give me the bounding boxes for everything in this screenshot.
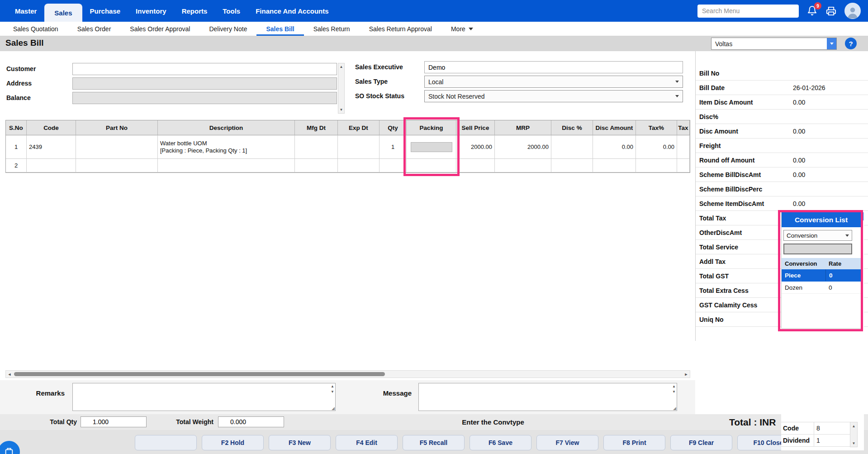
f1-button[interactable] [135, 435, 197, 450]
subnav-item-sales-bill[interactable]: Sales Bill [256, 22, 304, 36]
scroll-up-icon[interactable]: ▲ [850, 423, 857, 429]
grid-cell-tax[interactable] [677, 159, 690, 172]
f4-edit-button[interactable]: F4 Edit [336, 435, 398, 450]
user-avatar[interactable] [844, 3, 861, 19]
scroll-down-icon[interactable]: ▼ [338, 107, 344, 113]
scroll-up-icon[interactable]: ▲ [672, 384, 676, 389]
resize-grip-icon[interactable]: ◢ [332, 406, 335, 411]
grid-cell-sell-price[interactable]: 2000.00 [456, 135, 495, 159]
grid-cell-disc-pct[interactable] [551, 135, 593, 159]
nav-item-reports[interactable]: Reports [174, 0, 215, 22]
f2-hold-button[interactable]: F2 Hold [202, 435, 264, 450]
grid-cell-description[interactable] [158, 159, 295, 172]
grid-cell-tax-pct[interactable]: 0.00 [636, 135, 677, 159]
address-input[interactable] [72, 77, 337, 90]
grid-cell-sell-price[interactable] [456, 159, 495, 172]
resize-grip-icon[interactable]: ◢ [673, 406, 676, 411]
grid-cell-sno[interactable]: 2 [6, 159, 27, 172]
nav-item-sales[interactable]: Sales [44, 4, 82, 22]
customer-input[interactable] [72, 63, 337, 75]
grid-cell-qty[interactable]: 1 [379, 135, 407, 159]
grid-cell-tax-pct[interactable] [636, 159, 677, 172]
grid-cell-mfg-dt[interactable] [295, 135, 338, 159]
scrollbar-thumb[interactable] [14, 372, 385, 376]
nav-item-purchase[interactable]: Purchase [82, 0, 128, 22]
so-stock-status-select[interactable]: Stock Not Reserved [424, 90, 683, 102]
scroll-down-icon[interactable]: ▼ [331, 390, 334, 394]
summary-label: Total GST [696, 272, 729, 280]
conversion-row-dozen[interactable]: Dozen 0 [782, 282, 861, 294]
nav-item-master[interactable]: Master [7, 0, 44, 22]
f7-view-button[interactable]: F7 View [536, 435, 598, 450]
subnav-item-delivery-note[interactable]: Delivery Note [199, 22, 256, 36]
subnav-item-more[interactable]: More [441, 22, 483, 36]
grid-header-mrp: MRP [495, 120, 551, 135]
total-qty-input[interactable] [81, 416, 147, 427]
grid-cell-disc-pct[interactable] [551, 159, 593, 172]
item-grid: S.No Code Part No Description Mfg Dt Exp… [5, 120, 690, 173]
grid-cell-description[interactable]: Water bottle UOM [Packing : Piece, Packi… [158, 135, 295, 159]
f9-clear-button[interactable]: F9 Clear [670, 435, 732, 450]
company-selector-dropdown-button[interactable] [827, 38, 836, 49]
summary-row-item-disc-amount: Item Disc Amount0.00 [696, 95, 868, 110]
page-title: Sales Bill [5, 38, 44, 48]
help-button[interactable]: ? [845, 38, 857, 49]
total-weight-input[interactable] [218, 416, 284, 427]
nav-item-inventory[interactable]: Inventory [128, 0, 174, 22]
scroll-up-icon[interactable]: ▲ [338, 64, 344, 70]
grid-cell-code[interactable]: 2439 [27, 135, 76, 159]
summary-label: OtherDiscAmt [696, 229, 742, 236]
sales-executive-input[interactable] [424, 61, 683, 73]
subnav-item-sales-order-approval[interactable]: Sales Order Approval [120, 22, 199, 36]
summary-row-round-off: Round off Amount0.00 [696, 153, 868, 167]
notifications-button[interactable]: 9 [807, 5, 818, 16]
subnav-item-sales-return[interactable]: Sales Return [304, 22, 360, 36]
grid-cell-disc-amount[interactable]: 0.00 [593, 135, 636, 159]
message-input[interactable]: ▲ ▼ ◢ [418, 383, 677, 411]
subnav-item-sales-order[interactable]: Sales Order [68, 22, 121, 36]
grid-cell-part-no[interactable] [76, 159, 158, 172]
packing-input[interactable] [411, 142, 452, 152]
grid-cell-sno[interactable]: 1 [6, 135, 27, 159]
grid-cell-disc-amount[interactable] [593, 159, 636, 172]
message-label: Message [375, 389, 412, 397]
conversion-row-piece[interactable]: Piece 0 [782, 269, 861, 282]
nav-item-tools[interactable]: Tools [215, 0, 248, 22]
grid-cell-mfg-dt[interactable] [295, 159, 338, 172]
f3-new-button[interactable]: F3 New [269, 435, 331, 450]
grid-cell-packing[interactable] [407, 135, 456, 159]
chevron-down-icon [469, 28, 473, 30]
grid-cell-mrp[interactable]: 2000.00 [495, 135, 551, 159]
list-item-dividend[interactable]: Dividend 1 [781, 435, 850, 447]
company-selector[interactable]: Voltas [711, 38, 837, 50]
print-icon[interactable] [826, 6, 836, 16]
rate-column-header: Rate [825, 258, 861, 269]
scroll-up-icon[interactable]: ▲ [331, 384, 334, 389]
grid-cell-exp-dt[interactable] [338, 135, 379, 159]
subnav-item-sales-return-approval[interactable]: Sales Return Approval [360, 22, 441, 36]
grid-cell-exp-dt[interactable] [338, 159, 379, 172]
scroll-right-icon[interactable]: ► [683, 371, 690, 378]
scroll-down-icon[interactable]: ▼ [850, 440, 857, 446]
remarks-input[interactable]: ▲ ▼ ◢ [72, 383, 336, 411]
nav-item-finance-and-accounts[interactable]: Finance And Accounts [248, 0, 336, 22]
grid-cell-code[interactable] [27, 159, 76, 172]
scroll-left-icon[interactable]: ◄ [6, 371, 13, 378]
total-weight-label: Total Weight [168, 414, 213, 430]
grid-cell-packing[interactable] [407, 159, 456, 172]
subnav-item-sales-quotation[interactable]: Sales Quotation [4, 22, 68, 36]
f8-print-button[interactable]: F8 Print [603, 435, 665, 450]
search-input[interactable] [697, 5, 799, 18]
list-item-code[interactable]: Code 8 [781, 422, 850, 435]
f6-save-button[interactable]: F6 Save [470, 435, 531, 450]
grid-cell-part-no[interactable] [76, 135, 158, 159]
f5-recall-button[interactable]: F5 Recall [403, 435, 465, 450]
conversion-filter-input[interactable] [783, 244, 852, 254]
scroll-down-icon[interactable]: ▼ [672, 390, 676, 394]
sales-type-select[interactable]: Local [424, 76, 683, 88]
conversion-type-select[interactable]: Conversion [783, 230, 852, 241]
grid-cell-qty[interactable] [379, 159, 407, 172]
balance-input[interactable] [72, 92, 337, 104]
grid-cell-mrp[interactable] [495, 159, 551, 172]
grid-cell-tax[interactable] [677, 135, 690, 159]
